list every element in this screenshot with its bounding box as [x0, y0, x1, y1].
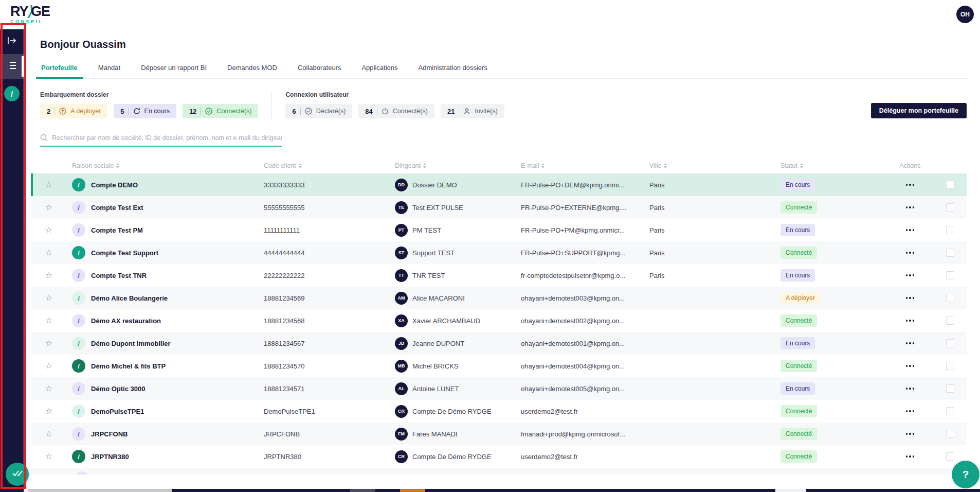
row-checkbox[interactable]	[946, 407, 954, 415]
tab[interactable]: Collaborateurs	[297, 64, 342, 78]
table-row[interactable]: ☆ Compte DEMO 33333333333 DD Dossier DEM…	[31, 173, 967, 196]
row-checkbox[interactable]	[946, 271, 954, 279]
table-row[interactable]: ☆ Compte Test TNR 22222222222 TT TNR TES…	[31, 264, 967, 287]
table-row[interactable]: ☆ DemoPulseTPE1 DemoPulseTPE1 CR Compte …	[31, 400, 967, 423]
row-actions-menu-button[interactable]	[903, 430, 918, 438]
table-row[interactable]: ☆ Démo Optic 3000 18881234571 AL Antoine…	[31, 377, 967, 400]
sidebar-item-pulse[interactable]: /	[4, 86, 20, 101]
favorite-star-icon[interactable]: ☆	[45, 452, 52, 461]
column-email[interactable]: E-mail	[517, 162, 645, 169]
favorite-star-icon[interactable]: ☆	[45, 430, 52, 438]
table-row[interactable]: ☆ Compte Test Ext 55555555555 TE Test EX…	[31, 196, 967, 219]
company-name: Démo Michel & fils BTP	[91, 362, 166, 370]
row-actions-menu-button[interactable]	[903, 452, 918, 461]
portfolio-table: Raison sociale Code client Dirigeant E-m…	[31, 158, 967, 475]
ville: Paris	[645, 249, 776, 257]
topbar-divider	[949, 7, 949, 22]
tab[interactable]: Portefeuille	[40, 64, 79, 78]
table-row[interactable]: ☆ JRPCFONB JRPCFONB FM Fares MANADI fman…	[31, 423, 967, 445]
help-button[interactable]: ?	[952, 461, 979, 488]
search-input[interactable]	[52, 134, 282, 142]
favorite-star-icon[interactable]: ☆	[45, 294, 52, 302]
row-actions-menu-button[interactable]	[903, 249, 918, 257]
dirigeant-name: Michel BRICKS	[412, 362, 459, 370]
dirigeant-name: Dossier DEMO	[412, 181, 457, 189]
row-actions-menu-button[interactable]	[903, 362, 918, 370]
stats-row: Embarquement dossier 2 A déployer 5 En c…	[40, 91, 967, 118]
company-name: JRPTNR380	[91, 453, 129, 461]
page-title: Bonjour Ouassim	[40, 39, 967, 50]
column-dirigeant[interactable]: Dirigeant	[391, 162, 517, 169]
tab-bar: PortefeuilleMandatDéposer un rapport BID…	[40, 64, 967, 79]
row-checkbox[interactable]	[946, 339, 954, 347]
sort-icon	[116, 163, 119, 168]
column-raison-sociale[interactable]: Raison sociale	[67, 162, 260, 169]
favorite-star-icon[interactable]: ☆	[45, 407, 52, 415]
rydge-logo[interactable]: RY⟩GE CONSEIL	[10, 5, 50, 24]
row-checkbox[interactable]	[946, 294, 954, 302]
row-actions-menu-button[interactable]	[903, 271, 918, 279]
row-checkbox[interactable]	[946, 181, 954, 189]
row-checkbox[interactable]	[946, 317, 954, 325]
row-checkbox[interactable]	[946, 430, 954, 438]
column-statut[interactable]: Statut	[776, 162, 874, 169]
row-actions-menu-button[interactable]	[903, 317, 918, 325]
sidebar-item-dossier-list[interactable]	[0, 54, 24, 79]
row-actions-menu-button[interactable]	[903, 181, 918, 189]
favorite-star-icon[interactable]: ☆	[45, 339, 52, 347]
stat-group-connexion: Connexion utilisateur 6 Déclaré(s) 84 Co…	[285, 91, 504, 118]
row-actions-menu-button[interactable]	[903, 203, 918, 212]
table-row[interactable]: ☆ Démo AX restauration 18881234568 XA Xa…	[31, 309, 967, 332]
row-checkbox[interactable]	[946, 203, 954, 212]
collapse-sidebar-button[interactable]	[0, 29, 24, 54]
tab[interactable]: Déposer un rapport BI	[140, 64, 208, 78]
row-checkbox[interactable]	[946, 249, 954, 257]
favorite-star-icon[interactable]: ☆	[45, 181, 52, 189]
tab[interactable]: Mandat	[97, 64, 121, 78]
column-code-client[interactable]: Code client	[260, 162, 391, 169]
dirigeant-avatar: PT	[395, 224, 408, 237]
tab[interactable]: Administration dossiers	[418, 64, 488, 78]
table-row[interactable]: ☆ JRPTNR380 JRPTNR380 CR Compte De Démo …	[31, 445, 967, 468]
row-checkbox[interactable]	[946, 226, 954, 234]
favorite-star-icon[interactable]: ☆	[45, 249, 52, 257]
status-badge: Connecté	[781, 201, 817, 214]
tab[interactable]: Demandes MOD	[226, 64, 278, 78]
company-name: Démo AX restauration	[91, 317, 161, 325]
horizontal-scrollbar-thumb[interactable]	[28, 489, 172, 492]
table-row[interactable]: ☆ Démo Michel & fils BTP 18881234570 MB …	[31, 355, 967, 377]
row-actions-menu-button[interactable]	[903, 407, 918, 415]
company-name: Démo Alice Boulangerie	[91, 294, 168, 302]
favorite-star-icon[interactable]: ☆	[45, 271, 52, 279]
row-checkbox[interactable]	[946, 384, 954, 393]
favorite-star-icon[interactable]: ☆	[45, 203, 52, 212]
tab[interactable]: Applications	[360, 64, 398, 78]
row-actions-menu-button[interactable]	[903, 226, 918, 234]
partial-next-row	[31, 468, 967, 475]
dirigeant-name: Xavier ARCHAMBAUD	[412, 317, 480, 325]
favorite-star-icon[interactable]: ☆	[45, 226, 52, 234]
validation-fab-button[interactable]	[6, 463, 29, 486]
sort-icon	[664, 163, 667, 168]
table-row[interactable]: ☆ Compte Test PM 11111111111 PT PM TEST …	[31, 219, 967, 241]
dirigeant-avatar: ST	[395, 247, 408, 259]
row-checkbox[interactable]	[946, 362, 954, 370]
row-checkbox[interactable]	[946, 452, 954, 461]
pulse-status-icon	[72, 314, 85, 327]
row-actions-menu-button[interactable]	[903, 294, 918, 302]
table-row[interactable]: ☆ Démo Alice Boulangerie 18881234569 AM …	[31, 287, 967, 309]
row-actions-menu-button[interactable]	[903, 339, 918, 347]
status-badge: Connecté	[781, 428, 817, 440]
user-avatar[interactable]: OH	[956, 6, 974, 23]
favorite-star-icon[interactable]: ☆	[45, 384, 52, 393]
delegate-portfolio-button[interactable]: Déléguer mon portefeuille	[871, 103, 967, 118]
table-row[interactable]: ☆ Démo Dupont immobilier 18881234567 JD …	[31, 332, 967, 355]
row-actions-menu-button[interactable]	[903, 384, 918, 393]
topbar: RY⟩GE CONSEIL OH	[0, 0, 980, 29]
column-ville[interactable]: Ville	[645, 162, 776, 169]
favorite-star-icon[interactable]: ☆	[45, 317, 52, 325]
stats-divider	[271, 91, 272, 118]
table-row[interactable]: ☆ Compte Test Support 44444444444 ST Sup…	[31, 241, 967, 264]
pulse-status-icon	[72, 246, 85, 259]
favorite-star-icon[interactable]: ☆	[45, 362, 52, 370]
